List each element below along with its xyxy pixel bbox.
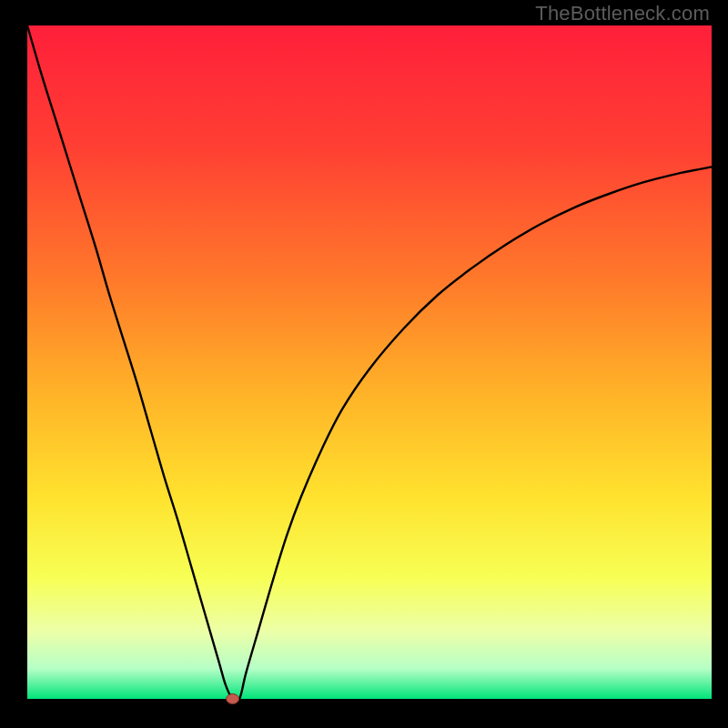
- bottleneck-chart: [0, 0, 728, 728]
- chart-frame: TheBottleneck.com: [0, 0, 728, 728]
- optimal-point-marker: [227, 694, 239, 704]
